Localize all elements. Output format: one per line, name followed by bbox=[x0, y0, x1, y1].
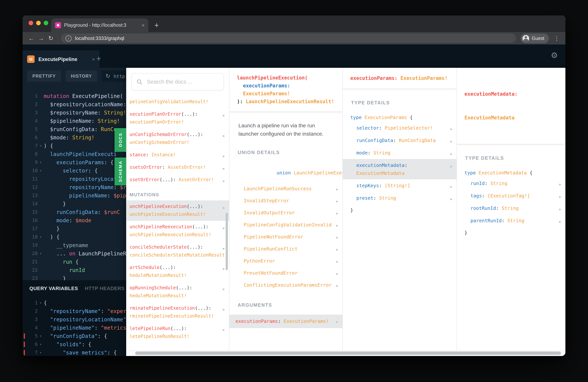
type-name: ExecutionMetadata bbox=[479, 170, 530, 175]
docs-search[interactable] bbox=[131, 73, 224, 90]
session-close-icon[interactable]: × bbox=[92, 56, 95, 62]
address-bar[interactable]: i localhost:3333/graphql bbox=[61, 34, 516, 43]
prettify-button[interactable]: PRETTIFY bbox=[27, 70, 61, 82]
union-member-row[interactable]: InvalidStepError▸ bbox=[230, 195, 342, 207]
type-field-row[interactable]: rootRunId: String▸ bbox=[457, 202, 566, 214]
type-field-row[interactable]: preset: String▸ bbox=[343, 192, 457, 204]
type-details-header: TYPE DETAILS bbox=[343, 89, 457, 108]
docs-column-type: executionMetadata: ExecutionMetadata TYP… bbox=[457, 68, 566, 356]
union-keyword: union bbox=[277, 170, 294, 176]
fold-arrow-icon[interactable]: ▾ bbox=[38, 158, 44, 167]
site-info-icon[interactable]: i bbox=[65, 35, 72, 41]
type-field-row[interactable]: mode: String▸ bbox=[343, 147, 457, 159]
docs-vertical-scrollbar[interactable] bbox=[226, 213, 228, 270]
history-button[interactable]: HISTORY bbox=[65, 70, 97, 82]
union-member-row[interactable]: PresetNotFoundError▸ bbox=[230, 267, 342, 279]
type-field-row[interactable]: runId: String▸ bbox=[457, 177, 566, 190]
fold-gutter bbox=[38, 216, 44, 225]
scrollbar-thumb[interactable] bbox=[135, 352, 561, 355]
back-icon[interactable]: ← bbox=[26, 35, 36, 42]
window-minimize-button[interactable] bbox=[36, 21, 41, 25]
docs-list-item[interactable]: opRunningSchedule(...):heduleMutationRes… bbox=[126, 282, 229, 302]
reload-schema-icon[interactable]: ↻ bbox=[105, 73, 110, 80]
fold-arrow-icon[interactable]: ▾ bbox=[38, 340, 44, 348]
window-close-button[interactable] bbox=[29, 21, 33, 25]
docs-list-item[interactable]: ssetsOrError: AssetsOrError!▸ bbox=[126, 161, 229, 174]
fold-arrow-icon[interactable]: ▾ bbox=[38, 299, 44, 307]
reload-icon[interactable]: ↻ bbox=[46, 35, 56, 42]
docs-list-item[interactable]: unchPipelineReexecution(...):unchPipelin… bbox=[126, 221, 229, 241]
tab-title: Playground - http://localhost:3 bbox=[64, 22, 139, 28]
union-member-row[interactable]: ConflictingExecutionParamsError▸ bbox=[230, 279, 342, 291]
docs-horizontal-scrollbar[interactable] bbox=[126, 350, 566, 356]
docs-list-item[interactable]: stance: Instance!▸ bbox=[126, 149, 229, 161]
chevron-right-icon: ▸ bbox=[223, 305, 225, 314]
docs-list-item[interactable]: ssetOrError(...): AssetOrError!▸ bbox=[126, 174, 229, 186]
tab-query-variables[interactable]: QUERY VARIABLES bbox=[29, 285, 78, 291]
session-tab[interactable]: M ExecutePipeline × bbox=[22, 50, 100, 68]
fold-arrow-icon[interactable]: ▾ bbox=[38, 332, 44, 340]
line-number: 3 bbox=[26, 108, 38, 117]
fold-gutter bbox=[38, 208, 44, 216]
chevron-right-icon: ▸ bbox=[336, 234, 338, 242]
union-member-row[interactable]: InvalidOutputError▸ bbox=[230, 207, 342, 219]
type-keyword: type bbox=[350, 114, 364, 120]
union-member-row[interactable]: PipelineNotFoundError▸ bbox=[230, 231, 342, 243]
type-field-row[interactable]: tags: [ExecutionTag!]▸ bbox=[457, 190, 566, 202]
chevron-right-icon: ▸ bbox=[559, 205, 561, 213]
new-tab-button[interactable]: + bbox=[154, 21, 159, 30]
window-zoom-button[interactable] bbox=[44, 21, 48, 25]
union-member-row[interactable]: PipelineRunConflict▸ bbox=[230, 243, 342, 255]
type-field-row[interactable]: parentRunId: String▸ bbox=[457, 214, 566, 227]
fold-arrow-icon[interactable]: ▾ bbox=[38, 249, 44, 258]
type-field-row[interactable]: executionMetadata:ExecutionMetadata▸ bbox=[343, 159, 457, 179]
signature-return-type: LaunchPipelineExecutionResult! bbox=[246, 99, 334, 104]
docs-column-field: launchPipelineExecution( executionParams… bbox=[230, 68, 343, 356]
chevron-right-icon: ▸ bbox=[223, 177, 225, 185]
fold-arrow-icon[interactable]: ▾ bbox=[38, 233, 44, 241]
type-field-row[interactable]: stepKeys: [String!]▸ bbox=[343, 179, 457, 192]
argument-separator: : bbox=[278, 318, 284, 324]
profile-button[interactable]: Guest bbox=[520, 33, 549, 43]
forward-icon[interactable]: → bbox=[36, 35, 46, 42]
fold-gutter bbox=[38, 108, 44, 117]
line-number: 14 bbox=[26, 200, 38, 208]
code-text: { bbox=[44, 299, 47, 307]
docs-list-item[interactable]: pelineConfigValidationResult! bbox=[126, 96, 229, 108]
line-number: 9 bbox=[26, 158, 38, 167]
code-text: "pipelineName": "metrics bbox=[44, 324, 126, 332]
union-member-row[interactable]: PythonError▸ bbox=[230, 255, 342, 267]
search-input[interactable] bbox=[146, 78, 218, 85]
tab-close-icon[interactable]: × bbox=[142, 22, 145, 28]
open-brace: { bbox=[410, 114, 413, 120]
schema-side-tab[interactable]: SCHEMA bbox=[114, 157, 126, 185]
docs-side-tab[interactable]: DOCS bbox=[114, 128, 126, 152]
type-field-row[interactable]: runConfigData: RunConfigData▸ bbox=[343, 134, 457, 147]
docs-list-item[interactable]: unConfigSchemaOrError(...):unConfigSchem… bbox=[126, 128, 229, 149]
browser-tab[interactable]: Playground - http://localhost:3 × bbox=[51, 19, 148, 32]
browser-menu-icon[interactable]: ⋮ bbox=[552, 35, 562, 42]
docs-list-item[interactable]: rminatePipelineExecution(...):rminatePip… bbox=[126, 302, 229, 322]
docs-list-item[interactable]: concileSchedulerState(...):concileSchedu… bbox=[126, 241, 229, 261]
fold-gutter bbox=[38, 315, 44, 324]
close-brace: } bbox=[343, 204, 457, 216]
union-member-row[interactable]: LaunchPipelineRunSuccess▸ bbox=[230, 183, 342, 195]
error-marker bbox=[24, 342, 25, 347]
argument-row[interactable]: executionParams: ExecutionParams! ▸ bbox=[230, 315, 342, 328]
fold-gutter bbox=[38, 100, 44, 108]
docs-list-item[interactable]: xecutionPlanOrError(...):xecutionPlanOrE… bbox=[126, 108, 229, 128]
tab-http-headers[interactable]: HTTP HEADERS bbox=[85, 285, 125, 291]
docs-list-item[interactable]: unchPipelineExecution(...):unchPipelineE… bbox=[126, 200, 229, 221]
fold-arrow-icon[interactable]: ▾ bbox=[38, 348, 44, 356]
type-field-row[interactable]: selector: PipelineSelector!▸ bbox=[343, 122, 457, 134]
chevron-right-icon: ▸ bbox=[336, 246, 338, 254]
docs-list-item[interactable]: letePipelineRun(...):letePipelineRunResu… bbox=[126, 322, 229, 343]
union-member-row[interactable]: PipelineConfigValidationInvalid▸ bbox=[230, 219, 342, 231]
new-session-button[interactable]: + bbox=[96, 54, 101, 63]
fold-arrow-icon[interactable]: ▾ bbox=[38, 167, 44, 175]
chevron-right-icon: ▸ bbox=[223, 111, 225, 119]
settings-gear-icon[interactable]: ⚙ bbox=[551, 51, 558, 60]
fold-arrow-icon[interactable]: ▾ bbox=[38, 142, 44, 150]
error-marker bbox=[24, 333, 25, 339]
docs-list-item[interactable]: artSchedule(...):heduleMutationResult!▸ bbox=[126, 261, 229, 282]
